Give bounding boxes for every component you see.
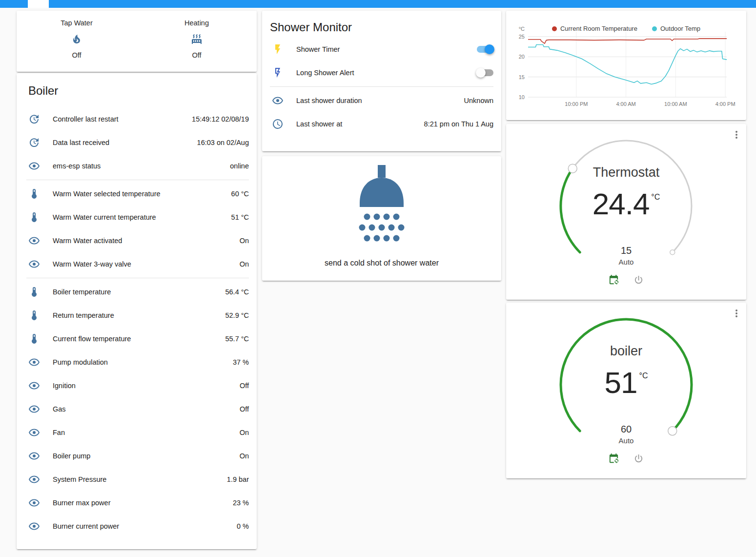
radiator-icon: [191, 33, 203, 45]
toggle-switch[interactable]: [477, 46, 493, 53]
entity-state: 16:03 on 02/Aug: [197, 139, 249, 146]
entity-row[interactable]: System Pressure1.9 bar: [26, 468, 249, 491]
picture-card-caption: send a cold shot of shower water: [325, 259, 439, 268]
entity-name: System Pressure: [53, 475, 227, 483]
entity-name: Current flow temperature: [53, 335, 225, 343]
entity-state: Off: [240, 405, 249, 413]
entity-state: online: [230, 162, 249, 170]
entity-name: Data last received: [53, 139, 197, 146]
toggle-knob[interactable]: [476, 68, 486, 78]
entity-row[interactable]: Burner current power0 %: [26, 515, 249, 538]
entity-row[interactable]: GasOff: [26, 397, 249, 421]
y-tick-label: 25: [519, 34, 525, 40]
entity-row[interactable]: Boiler temperature56.4 °C: [26, 280, 249, 304]
entity-name: Warm Water activated: [53, 237, 240, 245]
gauge-setpoint: 60: [506, 424, 746, 435]
entity-row[interactable]: ems-esp statusonline: [26, 154, 249, 178]
entity-row[interactable]: FanOn: [26, 421, 249, 444]
eye-icon: [28, 380, 40, 392]
eye-icon: [28, 474, 40, 485]
power-icon: [633, 453, 644, 464]
glance-item-tap-water[interactable]: Tap Water Off: [17, 19, 137, 72]
entity-state: 15:49:12 02/08/19: [192, 115, 249, 123]
eye-icon: [28, 258, 40, 270]
shower-monitor-card: Shower Monitor Shower TimerLong Shower A…: [262, 11, 501, 151]
update-icon: [28, 137, 40, 148]
eye-icon: [28, 356, 40, 368]
entity-state: Off: [192, 51, 201, 59]
y-axis-unit: °C: [519, 26, 525, 32]
entity-row[interactable]: Warm Water selected temperature60 °C: [26, 182, 249, 206]
entity-state: Off: [72, 51, 81, 59]
gauge-title: Thermostat: [506, 165, 746, 180]
toggle-knob[interactable]: [485, 44, 494, 54]
shower-picture-card[interactable]: send a cold shot of shower water: [262, 156, 501, 281]
entity-name: Boiler temperature: [53, 288, 225, 296]
entity-row[interactable]: Data last received16:03 on 02/Aug: [26, 131, 249, 154]
thermometer-icon: [28, 188, 40, 200]
y-tick-label: 15: [519, 74, 525, 80]
gauge-unit: °C: [639, 371, 648, 380]
boiler-card: Boiler Controller last restart15:49:12 0…: [17, 73, 257, 549]
entity-row[interactable]: IgnitionOff: [26, 374, 249, 397]
entity-row[interactable]: Pump modulation37 %: [26, 351, 249, 374]
entity-row[interactable]: Controller last restart15:49:12 02/08/19: [26, 107, 249, 131]
entity-name: ems-esp status: [53, 162, 230, 170]
entity-state: 8:21 pm on Thu 1 Aug: [424, 120, 493, 128]
glance-item-heating[interactable]: Heating Off: [137, 19, 257, 72]
y-tick-label: 10: [519, 94, 525, 100]
entity-name: Warm Water 3-way valve: [53, 260, 240, 268]
entity-name: Burner max power: [53, 499, 233, 507]
divider: [270, 86, 493, 87]
eye-icon: [28, 427, 40, 438]
entity-state: 23 %: [233, 499, 249, 507]
entity-state: On: [240, 237, 249, 245]
toggle-switch[interactable]: [477, 69, 493, 76]
toggle-row: Shower Timer: [270, 38, 493, 61]
schedule-button[interactable]: [608, 274, 619, 286]
entity-row[interactable]: Current flow temperature55.7 °C: [26, 327, 249, 351]
entity-name: Warm Water selected temperature: [53, 190, 231, 198]
x-tick-label: 4:00 AM: [616, 101, 635, 107]
entity-row[interactable]: Last shower at8:21 pm on Thu 1 Aug: [270, 112, 493, 136]
series-line: [528, 39, 727, 43]
entity-name: Ignition: [53, 382, 240, 390]
entity-state: 55.7 °C: [225, 335, 249, 343]
power-button[interactable]: [633, 274, 644, 286]
update-icon: [28, 113, 40, 125]
fire-icon: [71, 33, 82, 45]
entity-name: Return temperature: [53, 311, 225, 319]
eye-icon: [28, 497, 40, 509]
entity-row[interactable]: Last shower durationUnknown: [270, 89, 493, 112]
thermometer-icon: [28, 211, 40, 223]
entity-name: Gas: [53, 405, 240, 413]
fire-icon: [71, 33, 82, 45]
card-title: Boiler: [26, 84, 249, 98]
flash-icon: [272, 43, 284, 55]
entity-state: 51 °C: [231, 213, 249, 221]
power-button[interactable]: [633, 453, 644, 464]
flash-outline-icon: [272, 67, 284, 79]
entity-row[interactable]: Return temperature52.9 °C: [26, 304, 249, 327]
entity-state: On: [240, 429, 249, 436]
thermostat-card: Thermostat 24.4°C 15 Auto: [506, 124, 746, 300]
schedule-button[interactable]: [608, 453, 619, 464]
history-graph-card: Current Room TemperatureOutdoor Temp 10:…: [506, 11, 746, 120]
gauge-mode: Auto: [506, 436, 746, 445]
eye-icon: [28, 403, 40, 415]
entity-row[interactable]: Warm Water current temperature51 °C: [26, 206, 249, 229]
entity-row[interactable]: Boiler pumpOn: [26, 444, 249, 468]
entity-state: 0 %: [237, 522, 249, 530]
top-bar: [0, 0, 756, 8]
entity-name: Pump modulation: [53, 358, 233, 366]
active-tab-indicator[interactable]: [28, 0, 49, 8]
power-icon: [633, 274, 644, 286]
x-tick-label: 4:00 PM: [715, 101, 736, 107]
divider: [26, 180, 249, 180]
entity-row[interactable]: Warm Water 3-way valveOn: [26, 252, 249, 276]
divider: [26, 278, 249, 278]
entity-state: 56.4 °C: [225, 288, 249, 296]
entity-row[interactable]: Burner max power23 %: [26, 491, 249, 515]
entity-row[interactable]: Warm Water activatedOn: [26, 229, 249, 252]
gauge-title: boiler: [506, 344, 746, 359]
